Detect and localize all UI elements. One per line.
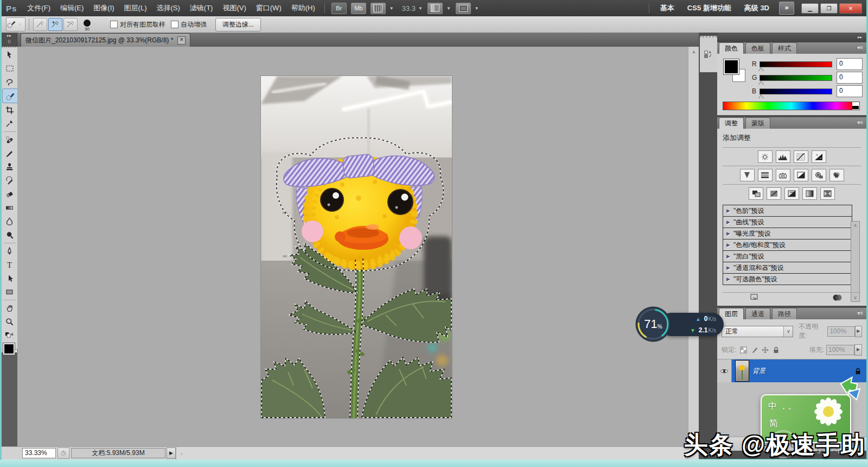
menu-select[interactable]: 选择(S) (151, 0, 184, 16)
expander-icon[interactable]: ▶ (726, 231, 730, 236)
hand-tool[interactable] (2, 301, 17, 315)
workspace-cs5-new[interactable]: CS5 新增功能 (681, 3, 738, 13)
gradient-map-icon[interactable] (802, 187, 817, 200)
channel-mixer-icon[interactable] (829, 169, 844, 181)
dock-collapse-button[interactable]: ▸▸ (717, 33, 866, 42)
crop-tool[interactable] (2, 103, 17, 117)
screen-mode-button[interactable] (456, 3, 471, 14)
menu-layer[interactable]: 图层(L) (119, 0, 152, 16)
photo-filter-icon[interactable] (812, 169, 826, 181)
scroll-up-icon[interactable]: ∧ (851, 223, 859, 228)
menu-help[interactable]: 帮助(H) (286, 0, 320, 16)
slider-thumb[interactable] (758, 81, 764, 85)
tab-adjustments[interactable]: 调整 (719, 117, 744, 129)
levels-icon[interactable] (776, 150, 790, 163)
tab-layers[interactable]: 图层 (719, 308, 744, 319)
chevron-down-icon[interactable]: ▼ (390, 6, 394, 11)
lasso-tool[interactable] (2, 75, 17, 89)
channel-g-value[interactable]: 0 (837, 72, 863, 84)
preset-list-scrollbar[interactable]: ∧ ∨ (851, 221, 860, 302)
fill-value[interactable]: 100% (826, 345, 854, 355)
menu-filter[interactable]: 滤镜(T) (185, 0, 218, 16)
tab-color[interactable]: 颜色 (719, 42, 744, 54)
close-tab-icon[interactable]: ✕ (177, 36, 186, 45)
expander-icon[interactable]: ▶ (726, 254, 730, 259)
restore-button[interactable]: ❐ (820, 3, 838, 14)
scroll-left-icon[interactable]: ‹ (181, 450, 183, 457)
workspace-essentials[interactable]: 基本 (654, 3, 681, 13)
move-tool[interactable] (2, 48, 17, 61)
channel-b-slider[interactable] (760, 89, 832, 94)
lock-position-icon[interactable] (761, 346, 769, 354)
expander-icon[interactable]: ▶ (726, 265, 730, 270)
type-tool[interactable]: T (2, 258, 17, 272)
history-panel-collapsed-button[interactable] (700, 36, 717, 72)
layer-visibility-cell[interactable] (717, 359, 732, 382)
layer-name[interactable]: 背景 (752, 367, 765, 376)
preset-black-white[interactable]: ▶"黑白"预设 (723, 251, 852, 262)
new-selection-mode-button[interactable] (33, 18, 47, 31)
canvas-horizontal-scrollbar[interactable]: ‹ › (176, 447, 699, 459)
toolbox-collapse-button[interactable]: ▸▸⠿ (2, 33, 17, 47)
refine-edge-button[interactable]: 调整边缘... (215, 18, 261, 31)
expanded-view-button[interactable] (750, 293, 760, 304)
preset-exposure[interactable]: ▶"曝光度"预设 (723, 228, 852, 239)
tool-preset-picker[interactable]: ▼ (6, 17, 25, 31)
mini-bridge-button[interactable]: Mb (351, 3, 366, 14)
status-menu-arrow[interactable]: ▶ (167, 447, 176, 459)
foreground-color-swatch[interactable] (3, 343, 15, 355)
chevron-down-icon[interactable]: ▼ (446, 6, 451, 11)
workspace-advanced-3d[interactable]: 高级 3D (738, 3, 776, 13)
path-selection-tool[interactable] (2, 272, 17, 285)
preset-selective-color[interactable]: ▶"可选颜色"预设 (723, 274, 852, 285)
bw-ramp-end[interactable] (852, 103, 859, 109)
minimize-button[interactable]: ▁ (801, 3, 819, 14)
selective-color-icon[interactable] (820, 187, 835, 200)
slider-thumb[interactable] (758, 95, 764, 99)
net-monitor-ball[interactable]: 71% (635, 306, 672, 343)
subtract-from-selection-mode-button[interactable] (63, 18, 78, 31)
launch-bridge-button[interactable]: Br (331, 3, 347, 14)
chevron-down-icon[interactable]: ▼ (418, 6, 423, 11)
swap-colors-widget[interactable] (2, 329, 17, 342)
status-zoom-field[interactable]: 33.33% (22, 448, 56, 458)
curves-icon[interactable] (794, 150, 808, 163)
preset-curves[interactable]: ▶"曲线"预设 (723, 217, 852, 228)
view-extras-button[interactable] (371, 3, 386, 14)
posterize-icon[interactable] (767, 187, 781, 200)
tab-masks[interactable]: 蒙版 (745, 117, 770, 129)
opacity-value[interactable]: 100% (827, 326, 854, 337)
history-brush-tool[interactable] (2, 174, 17, 187)
menu-image[interactable]: 图像(I) (88, 0, 119, 16)
tab-channels[interactable]: 通道 (745, 308, 770, 319)
channel-r-value[interactable]: 0 (837, 58, 863, 70)
color-balance-icon[interactable] (776, 169, 790, 181)
color-spectrum-ramp[interactable] (723, 102, 860, 110)
hue-saturation-icon[interactable] (758, 169, 773, 181)
channel-g-slider[interactable] (760, 75, 832, 81)
canvas-vertical-scrollbar[interactable]: ▲ ▼ (688, 47, 699, 446)
chevron-down-icon[interactable]: ∨ (783, 326, 793, 337)
preset-hue-saturation[interactable]: ▶"色相/饱和度"预设 (723, 239, 852, 251)
chevron-down-icon[interactable]: ▼ (475, 6, 479, 11)
vibrance-icon[interactable] (740, 169, 755, 181)
zoom-level-field[interactable]: 33.3 (402, 4, 416, 12)
invert-icon[interactable] (749, 187, 763, 200)
preset-channel-mixer[interactable]: ▶"通道混和器"预设 (723, 262, 852, 274)
lock-transparency-icon[interactable] (739, 346, 748, 354)
menu-view[interactable]: 视图(V) (218, 0, 251, 16)
menu-window[interactable]: 窗口(W) (251, 0, 286, 16)
scroll-down-icon[interactable]: ∨ (851, 295, 859, 300)
expander-icon[interactable]: ▶ (726, 208, 730, 213)
status-clock-icon[interactable]: ◷ (58, 447, 69, 459)
auto-enhance-checkbox[interactable] (171, 21, 178, 28)
black-white-icon[interactable] (794, 169, 808, 181)
lock-all-icon[interactable] (772, 346, 780, 354)
menu-file[interactable]: 文件(F) (22, 0, 55, 16)
sample-all-layers-checkbox[interactable] (110, 21, 118, 28)
quick-selection-tool[interactable] (2, 89, 18, 103)
panel-menu-icon[interactable]: ▾≡ (857, 119, 863, 125)
pen-tool[interactable] (2, 244, 17, 258)
exposure-icon[interactable]: +− (812, 150, 826, 163)
clip-to-layer-button[interactable] (832, 294, 843, 304)
